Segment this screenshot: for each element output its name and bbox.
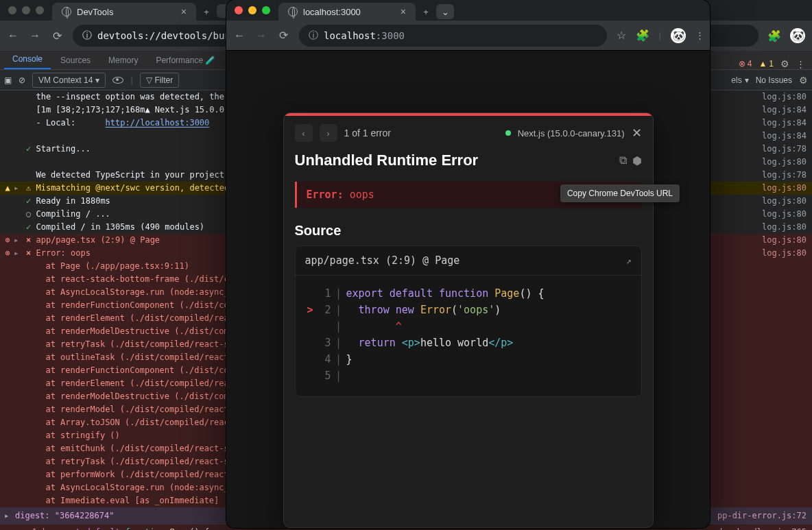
error-text: oops: [344, 189, 374, 201]
forward-icon[interactable]: →: [29, 29, 41, 42]
next-error-button[interactable]: ›: [320, 124, 337, 142]
reload-icon[interactable]: ⟳: [277, 29, 289, 42]
bg-tab-title: DevTools: [77, 7, 113, 17]
back-icon[interactable]: ←: [233, 29, 246, 42]
page-body: ‹ › 1 of 1 error Next.js (15.0.0-canary.…: [226, 51, 710, 528]
traffic-lights: [0, 0, 52, 21]
error-overlay-card: ‹ › 1 of 1 error Next.js (15.0.0-canary.…: [283, 112, 654, 528]
code-line: >2| throw new Error('oops'): [296, 302, 641, 318]
foreground-browser: localhost:3000 × + ⌄ ← → ⟳ ⓘ localhost:3…: [226, 0, 710, 528]
gear-icon[interactable]: ⚙: [780, 58, 789, 69]
fg-url-bar[interactable]: ⓘ localhost:3000: [299, 25, 607, 47]
code-line: 3| return <p>hello world</p>: [296, 335, 641, 351]
no-issues-label[interactable]: No Issues: [756, 75, 792, 85]
code-line: 4|}: [296, 351, 641, 368]
source-section-title: Source: [284, 220, 653, 245]
fg-tabstrip: localhost:3000 × + ⌄: [226, 0, 710, 21]
bookmark-icon[interactable]: ☆: [617, 29, 626, 42]
source-code: 1|export default function Page() {>2| th…: [296, 276, 641, 396]
code-line: | ^: [296, 318, 641, 335]
new-tab-button[interactable]: +: [196, 3, 217, 21]
context-selector[interactable]: VM Context 14▾: [32, 73, 106, 88]
code-line: 1|export default function Page() {: [296, 285, 641, 302]
bg-url-text: devtools://devtools/bundl: [97, 30, 242, 41]
reload-icon[interactable]: ⟳: [51, 29, 63, 42]
avatar-icon[interactable]: 🐼: [790, 28, 805, 43]
source-header: app/page.tsx (2:9) @ Page ↗: [296, 246, 641, 276]
info-icon: ⓘ: [82, 29, 92, 42]
log-levels-selector[interactable]: els ▾: [731, 75, 748, 85]
fg-tab-localhost[interactable]: localhost:3000 ×: [278, 3, 416, 21]
console-settings-icon[interactable]: ⚙: [799, 75, 808, 86]
tab-list-chevron-icon[interactable]: ⌄: [436, 4, 454, 19]
node-icon[interactable]: ⬢: [632, 154, 642, 167]
clear-console-icon[interactable]: ⊘: [19, 75, 25, 85]
forward-icon[interactable]: →: [255, 29, 267, 42]
code-line: 5|: [296, 368, 641, 384]
traffic-light-close[interactable]: [8, 6, 16, 14]
tab-console[interactable]: Console: [4, 50, 51, 69]
globe-icon: [62, 7, 71, 16]
new-tab-button[interactable]: +: [416, 3, 436, 21]
overlay-nav: ‹ › 1 of 1 error Next.js (15.0.0-canary.…: [284, 116, 653, 150]
sidebar-toggle-icon[interactable]: ▣: [4, 75, 12, 85]
copy-url-tooltip: Copy Chrome DevTools URL: [560, 184, 680, 202]
back-icon[interactable]: ←: [7, 29, 19, 42]
live-expression-icon[interactable]: [112, 77, 123, 84]
warning-count-badge[interactable]: ▲ 1: [759, 59, 774, 69]
status-dot-icon: [505, 130, 511, 136]
traffic-light-min[interactable]: [248, 6, 256, 14]
overlay-title: Unhandled Runtime Error: [295, 152, 614, 169]
overlay-title-row: Unhandled Runtime Error ⧉ ⬢: [284, 150, 653, 176]
source-location: app/page.tsx (2:9) @ Page: [305, 254, 460, 267]
globe-icon: [288, 7, 298, 16]
prev-error-button[interactable]: ‹: [295, 124, 313, 142]
tab-memory[interactable]: Memory: [100, 51, 146, 69]
extensions-icon[interactable]: 🧩: [768, 29, 780, 42]
filter-icon: ▽: [146, 75, 152, 85]
error-label: Error:: [307, 189, 344, 201]
traffic-light-max[interactable]: [36, 6, 44, 14]
close-tab-icon[interactable]: ×: [181, 6, 187, 17]
bg-tab-devtools[interactable]: DevTools ×: [52, 3, 196, 21]
version-label: Next.js (15.0.0-canary.131): [518, 128, 625, 138]
close-overlay-icon[interactable]: ✕: [632, 125, 642, 141]
close-tab-icon[interactable]: ×: [401, 6, 406, 17]
info-icon: ⓘ: [309, 29, 318, 42]
localhost-link[interactable]: http://localhost:3000: [106, 118, 210, 128]
filter-input[interactable]: ▽ Filter: [140, 73, 180, 88]
fg-tab-title: localhost:3000: [303, 7, 361, 17]
tab-performance[interactable]: Performance 🧪: [147, 51, 224, 69]
extensions-icon[interactable]: 🧩: [636, 29, 649, 42]
kebab-icon[interactable]: ⋮: [796, 59, 804, 69]
traffic-light-min[interactable]: [22, 6, 30, 14]
error-count-badge[interactable]: ⊗ 4: [739, 59, 752, 69]
fg-traffic-lights: [226, 0, 278, 21]
traffic-light-max[interactable]: [262, 6, 270, 14]
open-external-icon[interactable]: ↗: [626, 256, 632, 266]
kebab-icon[interactable]: ⋮: [695, 30, 703, 40]
tab-sources[interactable]: Sources: [52, 51, 99, 69]
copy-url-icon[interactable]: ⧉: [619, 154, 627, 167]
avatar-icon[interactable]: 🐼: [671, 28, 686, 43]
source-panel: app/page.tsx (2:9) @ Page ↗ 1|export def…: [295, 245, 642, 397]
fg-nav-row: ← → ⟳ ⓘ localhost:3000 ☆ 🧩 | 🐼 ⋮: [226, 21, 710, 51]
error-count-label: 1 of 1 error: [344, 128, 391, 138]
traffic-light-close[interactable]: [235, 6, 243, 14]
